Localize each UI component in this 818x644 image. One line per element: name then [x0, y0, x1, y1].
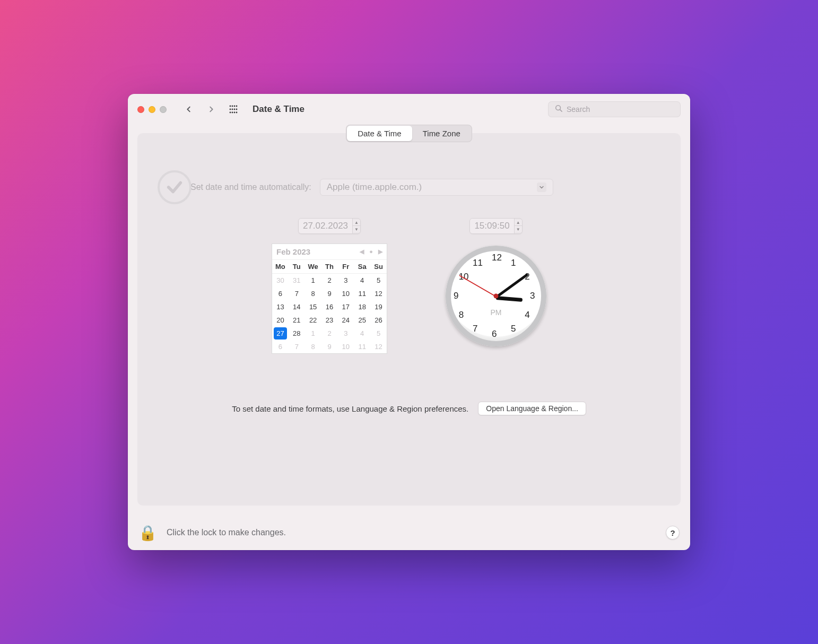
calendar-day: 2	[321, 274, 338, 287]
date-column: 27.02.2023 ▲ ▼ Feb 2023 ◀ ● ▶	[272, 218, 387, 354]
titlebar: Date & Time	[128, 94, 690, 125]
calendar-day: 12	[370, 340, 387, 353]
auto-checkbox[interactable]	[158, 170, 192, 204]
open-language-region-button[interactable]: Open Language & Region...	[478, 402, 586, 415]
search-icon	[555, 105, 562, 114]
window-title: Date & Time	[253, 104, 304, 115]
calendar-dow-cell: Fr	[337, 260, 354, 274]
stepper-down-icon: ▼	[515, 226, 522, 232]
format-hint-text: To set date and time formats, use Langua…	[232, 404, 468, 413]
calendar-day: 28	[289, 327, 305, 340]
calendar-day: 15	[305, 300, 321, 314]
auto-label: Set date and time automatically:	[190, 182, 311, 192]
calendar-day: 7	[289, 340, 305, 353]
calendar-nav: ◀ ● ▶	[360, 248, 382, 255]
forward-button	[204, 102, 219, 117]
clock-number: 8	[459, 310, 464, 320]
svg-point-2	[234, 106, 236, 107]
clock-number: 6	[492, 329, 497, 340]
chevron-down-icon	[537, 182, 546, 192]
search-field[interactable]	[548, 101, 681, 117]
tab-time-zone[interactable]: Time Zone	[412, 126, 471, 141]
date-value: 27.02.2023	[299, 219, 353, 233]
calendar-day: 8	[305, 340, 321, 353]
calendar-day: 12	[370, 287, 387, 300]
time-stepper-arrows: ▲ ▼	[515, 220, 522, 232]
traffic-lights	[137, 106, 167, 113]
svg-point-7	[236, 109, 238, 110]
svg-point-9	[232, 112, 233, 114]
clock-number: 12	[492, 253, 502, 263]
calendar-day: 10	[337, 340, 354, 353]
help-button[interactable]: ?	[666, 526, 680, 539]
calendar-day: 4	[354, 274, 370, 287]
calendar-day: 4	[354, 327, 370, 340]
svg-point-6	[234, 109, 236, 110]
calendar-today-icon: ●	[369, 248, 373, 255]
calendar-day: 3	[337, 327, 354, 340]
calendar-prev-icon: ◀	[360, 248, 364, 255]
calendar-day: 5	[370, 327, 387, 340]
calendar-day: 8	[305, 287, 321, 300]
calendar-day: 26	[370, 314, 387, 327]
calendar-dow-row: MoTuWeThFrSaSu	[272, 260, 387, 274]
calendar: Feb 2023 ◀ ● ▶ MoTuWeThFrSaSu 3031123456…	[272, 243, 387, 354]
tab-date-time[interactable]: Date & Time	[347, 126, 412, 141]
calendar-day: 23	[321, 314, 338, 327]
check-icon	[166, 178, 184, 196]
time-column: 15:09:50 ▲ ▼ 121234567891011 PM	[446, 218, 546, 354]
calendar-day: 1	[305, 274, 321, 287]
clock-number: 7	[473, 324, 477, 334]
footer: 🔒 Click the lock to make changes. ?	[128, 515, 690, 550]
calendar-day: 14	[289, 300, 305, 314]
date-stepper-arrows: ▲ ▼	[353, 220, 360, 232]
time-server-value: Apple (time.apple.com.)	[327, 182, 422, 193]
time-stepper: 15:09:50 ▲ ▼	[469, 218, 522, 234]
calendar-month-label: Feb 2023	[276, 247, 310, 256]
clock-number: 11	[473, 258, 483, 268]
svg-point-4	[230, 109, 231, 110]
calendar-day: 30	[272, 274, 289, 287]
svg-point-10	[234, 112, 236, 114]
calendar-dow-cell: Th	[321, 260, 338, 274]
svg-point-1	[232, 106, 233, 107]
close-button[interactable]	[137, 106, 144, 113]
content-panel: Set date and time automatically: Apple (…	[137, 133, 681, 506]
calendar-day: 6	[272, 287, 289, 300]
clock-center-icon	[494, 294, 499, 299]
show-all-button[interactable]	[226, 102, 241, 117]
calendar-day: 13	[272, 300, 289, 314]
calendar-grid: 3031123456789101112131415161718192021222…	[272, 274, 387, 353]
calendar-day: 10	[337, 287, 354, 300]
clock-number: 3	[530, 291, 535, 301]
lock-icon[interactable]: 🔒	[138, 524, 157, 542]
search-input[interactable]	[567, 105, 674, 114]
tab-bar: Date & Time Time Zone	[346, 125, 472, 142]
calendar-dow-cell: Su	[370, 260, 387, 274]
calendar-day: 18	[354, 300, 370, 314]
calendar-dow-cell: We	[305, 260, 321, 274]
calendar-day: 3	[337, 274, 354, 287]
svg-point-11	[236, 112, 238, 114]
clock-number: 4	[525, 310, 529, 320]
minimize-button[interactable]	[149, 106, 155, 113]
calendar-dow-cell: Mo	[272, 260, 289, 274]
analog-clock: 121234567891011 PM	[446, 246, 546, 346]
stepper-up-icon: ▲	[515, 220, 522, 226]
calendar-dow-cell: Tu	[289, 260, 305, 274]
back-button[interactable]	[181, 102, 196, 117]
zoom-button	[160, 106, 167, 113]
clock-number: 9	[454, 291, 458, 301]
calendar-day: 7	[289, 287, 305, 300]
calendar-day: 19	[370, 300, 387, 314]
clock-number: 5	[511, 324, 516, 334]
calendar-day: 17	[337, 300, 354, 314]
calendar-day: 11	[354, 340, 370, 353]
calendar-day: 9	[321, 287, 338, 300]
stepper-down-icon: ▼	[353, 226, 360, 232]
calendar-day: 22	[305, 314, 321, 327]
calendar-day: 20	[272, 314, 289, 327]
calendar-day: 2	[321, 327, 338, 340]
calendar-next-icon: ▶	[378, 248, 382, 255]
calendar-day: 9	[321, 340, 338, 353]
